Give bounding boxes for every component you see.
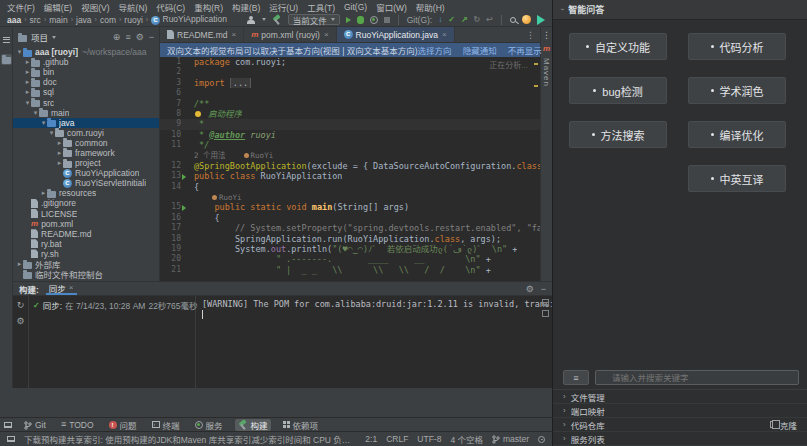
close-icon[interactable]: × [324,30,329,39]
breadcrumb-item[interactable]: main [49,15,67,25]
build-sync-tab[interactable]: 同步× [46,282,77,295]
assistant-section[interactable]: ›文件管理 [553,390,807,404]
line-ending-widget[interactable]: CRLF [386,434,408,444]
tree-item[interactable]: ▸bin [13,67,159,77]
project-toolwindow-icon[interactable] [1,54,12,65]
caret-position-widget[interactable]: 2:1 [365,434,377,444]
breadcrumb-item[interactable]: com [100,15,116,25]
debug-button[interactable] [357,16,364,24]
soft-wrap-icon[interactable] [542,299,549,306]
tree-chevron-icon[interactable]: ▾ [40,119,47,127]
tree-chevron-icon[interactable]: ▾ [32,109,39,117]
menu-item[interactable]: Git(G) [344,2,367,12]
run-configuration-select[interactable]: 当前文件 [288,14,340,25]
tree-item[interactable]: CRuoYiApplication [13,168,159,178]
tree-item[interactable]: LICENSE [13,209,159,219]
editor-tab[interactable]: CRuoYiApplication.java× [337,27,455,42]
assistant-button[interactable]: 编译优化 [688,121,786,148]
tree-item[interactable]: ▾main [13,108,159,118]
settings-icon[interactable]: ⚙ [16,316,24,326]
close-icon[interactable]: × [442,30,447,39]
kebab-menu-icon[interactable]: ⋮ [521,27,540,42]
breadcrumb-item[interactable]: java [76,15,92,25]
structure-toolwindow-icon[interactable] [1,34,12,45]
refresh-icon[interactable]: ↻ [17,300,25,310]
tree-item[interactable]: README.md [13,229,159,239]
menu-item[interactable]: 代码(C) [156,1,185,13]
build-status-row[interactable]: ✓ 同步: 在 7/14/23, 10:28 AM 22秒765毫秒 [33,299,191,311]
assistant-search-input[interactable] [595,370,799,385]
tree-item[interactable]: CRuoYiServletInitiali [13,178,159,188]
tree-chevron-icon[interactable]: ▸ [24,78,31,86]
tree-item[interactable]: ▾aaa [ruoyi]~/workspace/aaa [13,47,159,57]
menu-item[interactable]: 编辑(E) [44,1,72,13]
tree-item[interactable]: ▸doc [13,77,159,87]
gear-icon[interactable]: ⚙ [136,32,144,42]
toolwindow-button-服务[interactable]: 服务 [192,419,226,431]
tree-item[interactable]: ▾com.ruoyi [13,128,159,138]
menu-item[interactable]: 导航(N) [119,1,148,13]
notifications-icon[interactable] [538,436,545,443]
build-hammer-icon[interactable] [272,15,282,25]
banner-action-link[interactable]: 隐藏通知 [463,44,497,56]
encoding-widget[interactable]: UTF-8 [417,434,441,444]
code-editor[interactable]: 1package com.ruoyi;23import ...67/**8 启动… [160,57,540,281]
build-log-pane[interactable]: [WARNING] The POM for com.alibaba:druid:… [196,296,552,388]
tree-chevron-icon[interactable]: ▸ [24,68,31,76]
git-push-icon[interactable]: ↗ [461,15,468,24]
tree-item[interactable]: ▸.github [13,57,159,67]
search-everywhere-icon[interactable] [510,17,516,23]
tree-chevron-icon[interactable]: ▸ [24,58,31,66]
locate-file-icon[interactable]: ⊕ [113,32,121,42]
collapse-all-icon[interactable]: ≡ [125,32,130,42]
editor-tab[interactable]: mpom.xml (ruoyi)× [244,27,336,42]
scroll-to-end-icon[interactable] [542,310,549,317]
git-commit-icon[interactable]: ✓ [448,15,455,24]
tree-item[interactable]: ry.bat [13,239,159,249]
run-gutter-icon[interactable] [182,205,186,211]
tree-item[interactable]: ▸project [13,158,159,168]
tree-item[interactable]: ▸common [13,138,159,148]
tree-chevron-icon[interactable]: ▸ [16,260,23,268]
run-gutter-icon[interactable] [182,174,186,180]
editor-tab[interactable]: README.md× [160,27,244,42]
statusbar-window-icon[interactable] [7,436,15,442]
tree-chevron-icon[interactable]: ▾ [16,48,23,56]
stop-button[interactable] [384,17,390,23]
assistant-button[interactable]: 代码分析 [688,33,786,60]
tree-item[interactable]: ▾java [13,118,159,128]
status-message[interactable]: 下载预构建共享索引: 使用预构建的JDK和Maven 库共享索引减少索引时间和 … [24,433,356,445]
window-switcher-icon[interactable] [4,422,12,428]
menu-item[interactable]: 构建(B) [232,1,260,13]
maven-icon[interactable]: m [543,45,550,53]
banner-action-link[interactable]: 选择方向 [418,44,452,56]
tree-chevron-icon[interactable]: ▸ [24,88,31,96]
plugin-triangle-icon[interactable] [537,15,545,25]
hide-toolwindow-icon[interactable]: − [149,32,154,42]
git-rollback-icon[interactable]: ↩ [486,15,493,24]
menu-item[interactable]: 工具(T) [307,1,335,13]
tree-chevron-icon[interactable]: ▸ [56,159,63,167]
close-icon[interactable]: × [232,30,237,39]
git-branch-widget[interactable]: master [492,434,529,444]
assistant-button[interactable]: 中英互译 [688,165,786,192]
assistant-button[interactable]: bug检测 [569,77,667,104]
tree-chevron-icon[interactable]: ▾ [48,129,55,137]
run-button[interactable] [346,17,351,23]
assistant-button[interactable]: 自定义功能 [569,33,667,60]
menu-item[interactable]: 窗口(W) [376,1,407,13]
intention-bulb-icon[interactable] [195,111,201,117]
kebab-menu-icon[interactable]: ⋮ [542,31,551,40]
maven-toolwindow-button[interactable]: Maven [542,58,551,87]
toolwindow-button-问题[interactable]: !问题 [106,419,140,431]
plugin-orange-icon[interactable] [522,15,531,24]
git-history-icon[interactable]: ↻ [474,15,481,24]
toolwindow-button-终端[interactable]: ›终端 [149,419,183,431]
toolwindow-button-构建[interactable]: 构建 [235,419,271,431]
profile-icon[interactable] [247,16,256,24]
menu-item[interactable]: 帮助(H) [416,1,445,13]
tree-chevron-icon[interactable]: ▸ [40,189,47,197]
menu-item[interactable]: 文件(F) [7,1,35,13]
breadcrumb-item[interactable]: C RuoYiApplication [151,14,227,24]
tree-item[interactable]: ▾src [13,97,159,107]
